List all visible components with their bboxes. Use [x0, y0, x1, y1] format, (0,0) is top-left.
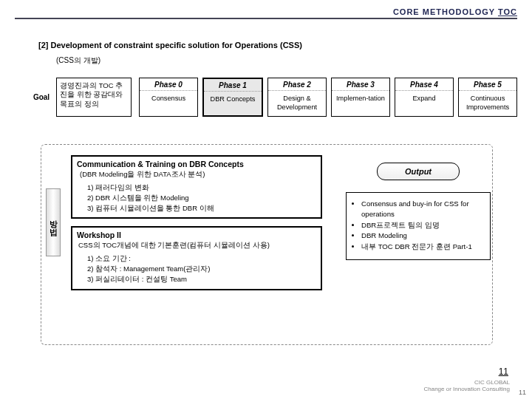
header-bar: CORE METHODOLOGY TOC — [15, 7, 517, 19]
list-item: 2) DBR 시스템을 위한 Modeling — [87, 193, 316, 203]
phase-body: Continuous Improvements — [459, 91, 516, 116]
comm-title: Communication & Training on DBR Concepts — [77, 160, 316, 168]
header-toc: TOC — [498, 7, 517, 16]
phase-body: Implemen-tation — [332, 91, 389, 108]
workshop-box: Workshop II CSS의 TOC개념에 대한 기본훈련(컴퓨터 시뮬레이… — [71, 226, 322, 290]
comm-list: 1) 패러다임의 변화 2) DBR 시스템을 위한 Modeling 3) 컴… — [87, 183, 316, 213]
list-item: 3) 컴퓨터 시뮬레이션을 통한 DBR 이해 — [87, 203, 316, 214]
ws-title: Workshop II — [77, 231, 316, 239]
goal-label: Goal — [31, 78, 52, 117]
header-title: CORE METHODOLOGY — [393, 7, 495, 16]
goal-desc: 경영진과의 TOC 추진을 위한 공감대와 목표의 정의 — [56, 78, 132, 117]
list-item: DBR Modeling — [361, 231, 484, 241]
section-title: [2] Development of constraint specific s… — [38, 41, 302, 50]
logo-sub: Change or Innovation Consulting — [423, 386, 510, 393]
phase-body: Expand — [395, 91, 453, 108]
phase-title: Phase 1 — [204, 79, 262, 92]
output-badge: Output — [377, 163, 460, 180]
phase-body: Consensus — [140, 91, 197, 108]
phase-title: Phase 4 — [395, 78, 453, 91]
phase-title: Phase 5 — [459, 78, 516, 91]
output-box: Consensus and buy-in for CSS for operati… — [346, 192, 491, 260]
ws-list: 1) 소요 기간 : 2) 참석자 : Management Team(관리자)… — [87, 253, 316, 284]
phase-1: Phase 1 DBR Concepts — [202, 78, 263, 117]
communication-box: Communication & Training on DBR Concepts… — [71, 155, 322, 219]
section-subtitle: (CSS의 개발) — [56, 55, 100, 66]
method-tab: 방법 — [46, 188, 61, 256]
list-item: 2) 참석자 : Management Team(관리자) — [87, 264, 316, 274]
phase-title: Phase 2 — [268, 78, 326, 91]
phase-row: Goal 경영진과의 TOC 추진을 위한 공감대와 목표의 정의 Phase … — [31, 78, 517, 117]
list-item: Consensus and buy-in for CSS for operati… — [361, 199, 484, 220]
list-item: 3) 퍼실리테이터 : 컨설팅 Team — [87, 274, 316, 284]
list-item: 내부 TOC DBR 전문가 훈련 Part-1 — [361, 242, 484, 252]
phase-title: Phase 3 — [332, 78, 389, 91]
list-item: DBR프로젝트 팀의 임명 — [361, 220, 484, 231]
footer-logo: CIC GLOBAL Change or Innovation Consulti… — [423, 380, 510, 393]
list-item: 1) 패러다임의 변화 — [87, 183, 316, 193]
ws-sub: CSS의 TOC개념에 대한 기본훈련(컴퓨터 시뮬레이션 사용) — [78, 241, 316, 250]
phase-2: Phase 2 Design & Development — [267, 78, 327, 117]
phase-4: Phase 4 Expand — [395, 78, 454, 117]
phase-title: Phase 0 — [140, 78, 197, 91]
phase-3: Phase 3 Implemen-tation — [331, 78, 390, 117]
page-number: 11 — [499, 366, 508, 377]
phase-0: Phase 0 Consensus — [139, 78, 198, 117]
footer-page-number: 11 — [519, 389, 526, 396]
phase-5: Phase 5 Continuous Improvements — [458, 78, 517, 117]
left-block: Communication & Training on DBR Concepts… — [71, 155, 322, 290]
comm-sub: (DBR Modeling을 위한 DATA조사 분석) — [80, 170, 316, 180]
phase-body: Design & Development — [268, 91, 326, 116]
list-item: 1) 소요 기간 : — [87, 253, 316, 264]
phase-body: DBR Concepts — [204, 92, 262, 109]
